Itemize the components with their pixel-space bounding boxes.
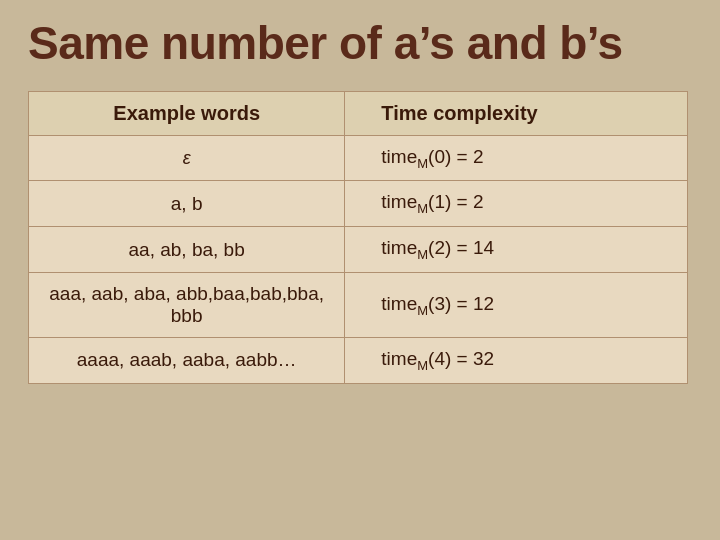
subscript-m: M [417,302,428,317]
example-text: aaa, aab, aba, abb,baa,bab,bba,bbb [49,283,324,326]
time-text: timeM(1) = 2 [381,191,483,212]
time-cell: timeM(3) = 12 [345,272,688,337]
table-row: aa, ab, ba, bbtimeM(2) = 14 [29,227,688,273]
subscript-m: M [417,155,428,170]
complexity-table: Example words Time complexity εtimeM(0) … [28,91,688,384]
time-cell: timeM(1) = 2 [345,181,688,227]
time-cell: timeM(4) = 32 [345,337,688,383]
subscript-m: M [417,201,428,216]
table-row: εtimeM(0) = 2 [29,135,688,181]
time-text: timeM(0) = 2 [381,146,483,167]
subscript-m: M [417,247,428,262]
example-cell: aa, ab, ba, bb [29,227,345,273]
time-text: timeM(2) = 14 [381,237,494,258]
example-cell: a, b [29,181,345,227]
table-row: aaaa, aaab, aaba, aabb…timeM(4) = 32 [29,337,688,383]
subscript-m: M [417,358,428,373]
table-header-row: Example words Time complexity [29,91,688,135]
epsilon-symbol: ε [183,148,191,168]
time-cell: timeM(0) = 2 [345,135,688,181]
example-cell: ε [29,135,345,181]
col-header-example: Example words [29,91,345,135]
time-text: timeM(3) = 12 [381,293,494,314]
example-cell: aaaa, aaab, aaba, aabb… [29,337,345,383]
example-cell: aaa, aab, aba, abb,baa,bab,bba,bbb [29,272,345,337]
main-table-container: Example words Time complexity εtimeM(0) … [28,91,688,384]
table-row: a, btimeM(1) = 2 [29,181,688,227]
page-title: Same number of a’s and b’s [28,18,623,69]
time-cell: timeM(2) = 14 [345,227,688,273]
table-row: aaa, aab, aba, abb,baa,bab,bba,bbbtimeM(… [29,272,688,337]
col-header-time: Time complexity [345,91,688,135]
time-text: timeM(4) = 32 [381,348,494,369]
